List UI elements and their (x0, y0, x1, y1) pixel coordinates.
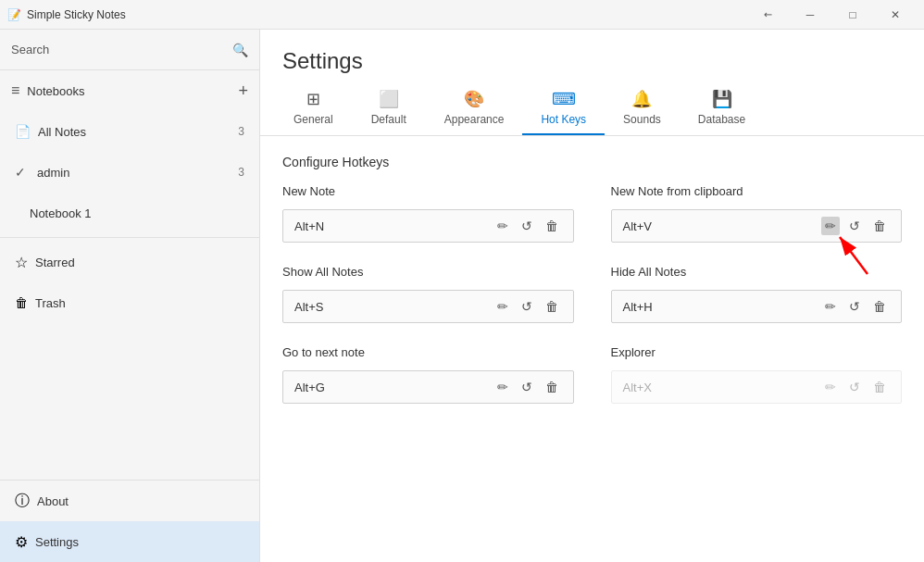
new-note-row: Alt+N ✏ ↺ 🗑 (282, 209, 574, 243)
add-notebook-icon[interactable]: + (238, 81, 248, 101)
arrow-svg (830, 230, 886, 276)
show-all-delete-button[interactable]: 🗑 (542, 297, 562, 316)
new-note-reset-button[interactable]: ↺ (518, 217, 536, 235)
sidebar: Search 🔍 ≡ Notebooks + 📄 All Notes 3 ✓ a… (0, 30, 260, 562)
tab-default[interactable]: ⬜ Default (352, 81, 426, 135)
starred-label: Starred (35, 256, 75, 269)
app-title: Simple Sticky Notes (27, 8, 126, 21)
clipboard-value: Alt+V (623, 219, 652, 233)
sounds-tab-label: Sounds (623, 113, 661, 126)
appearance-tab-icon: 🎨 (464, 89, 484, 109)
tab-general[interactable]: ⊞ General (275, 81, 352, 135)
show-all-row: Alt+S ✏ ↺ 🗑 (282, 290, 574, 323)
explorer-label: Explorer (611, 345, 903, 359)
hotkey-clipboard: New Note from clipboard Alt+V ✏ ↺ 🗑 (611, 184, 903, 243)
explorer-reset-button[interactable]: ↺ (845, 378, 864, 396)
settings-label: Settings (35, 535, 79, 549)
sidebar-item-trash[interactable]: 🗑 Trash (0, 282, 259, 323)
sidebar-item-notebook1[interactable]: Notebook 1 (0, 193, 259, 233)
tab-database[interactable]: 💾 Database (680, 81, 764, 135)
check-icon: ✓ (15, 165, 26, 180)
next-note-reset-button[interactable]: ↺ (518, 378, 536, 396)
app-body: Search 🔍 ≡ Notebooks + 📄 All Notes 3 ✓ a… (0, 30, 924, 562)
minimize-icon: ─ (806, 8, 815, 21)
about-label: About (37, 494, 69, 508)
notebooks-row[interactable]: ≡ Notebooks + (0, 70, 259, 111)
default-tab-label: Default (371, 113, 406, 126)
hide-all-reset-button[interactable]: ↺ (845, 297, 864, 316)
next-note-row: Alt+G ✏ ↺ 🗑 (282, 370, 574, 404)
configure-hotkeys-title: Configure Hotkeys (282, 155, 902, 169)
main-content: Settings ⊞ General ⬜ Default 🎨 Appearanc… (260, 30, 924, 562)
database-tab-icon: 💾 (712, 89, 732, 109)
hide-all-value: Alt+H (623, 300, 653, 314)
next-note-edit-button[interactable]: ✏ (493, 378, 512, 396)
tab-sounds[interactable]: 🔔 Sounds (605, 81, 680, 135)
hide-all-edit-button[interactable]: ✏ (821, 297, 840, 316)
sounds-tab-icon: 🔔 (631, 89, 652, 109)
database-tab-label: Database (698, 113, 745, 126)
back-button[interactable]: ↙ (746, 0, 789, 30)
hide-all-row: Alt+H ✏ ↺ 🗑 (611, 290, 903, 323)
settings-title: Settings (282, 48, 902, 74)
sidebar-item-about[interactable]: ⓘ About (0, 481, 259, 521)
admin-label: admin (37, 166, 69, 180)
next-note-actions: ✏ ↺ 🗑 (493, 378, 562, 396)
tab-appearance[interactable]: 🎨 Appearance (426, 81, 523, 135)
new-note-edit-button[interactable]: ✏ (493, 217, 512, 235)
appearance-tab-label: Appearance (444, 113, 505, 126)
clipboard-label: New Note from clipboard (611, 184, 903, 198)
notebooks-label: Notebooks (27, 84, 84, 98)
next-note-value: Alt+G (294, 381, 325, 394)
maximize-button[interactable]: □ (831, 0, 874, 30)
show-all-label: Show All Notes (282, 265, 574, 279)
settings-icon: ⚙ (15, 533, 28, 551)
app-title-area: 📝 Simple Sticky Notes (7, 8, 126, 21)
settings-header: Settings (260, 30, 924, 81)
all-notes-badge: 3 (238, 125, 244, 138)
sidebar-divider-1 (0, 237, 259, 238)
sidebar-item-admin[interactable]: ✓ admin 3 (0, 152, 259, 193)
search-icon[interactable]: 🔍 (232, 43, 248, 57)
next-note-delete-button[interactable]: 🗑 (542, 378, 562, 396)
minimize-button[interactable]: ─ (789, 0, 831, 30)
back-icon: ↙ (760, 7, 775, 22)
new-note-label: New Note (282, 184, 574, 198)
sidebar-item-settings[interactable]: ⚙ Settings (0, 521, 259, 562)
svg-line-1 (840, 237, 868, 274)
tab-hotkeys[interactable]: ⌨ Hot Keys (522, 81, 605, 135)
new-note-actions: ✏ ↺ 🗑 (493, 217, 562, 235)
clipboard-row: Alt+V ✏ ↺ 🗑 (611, 209, 903, 243)
explorer-row: Alt+X ✏ ↺ 🗑 (611, 370, 903, 404)
hamburger-icon: ≡ (11, 82, 19, 99)
hotkey-new-note: New Note Alt+N ✏ ↺ 🗑 (282, 184, 574, 243)
hotkey-next-note: Go to next note Alt+G ✏ ↺ 🗑 (282, 345, 574, 404)
maximize-icon: □ (849, 8, 855, 21)
hide-all-delete-button[interactable]: 🗑 (869, 297, 890, 316)
sidebar-bottom: ⓘ About ⚙ Settings (0, 480, 259, 562)
app-icon: 📝 (7, 8, 21, 21)
window-controls: ↙ ─ □ ✕ (746, 0, 917, 30)
show-all-reset-button[interactable]: ↺ (518, 297, 536, 316)
hotkeys-tab-label: Hot Keys (541, 113, 586, 126)
about-icon: ⓘ (15, 492, 30, 511)
sidebar-search-row[interactable]: Search 🔍 (0, 30, 259, 70)
hotkey-show-all: Show All Notes Alt+S ✏ ↺ 🗑 (282, 265, 574, 323)
hotkeys-grid: New Note Alt+N ✏ ↺ 🗑 New Note from clipb… (282, 184, 902, 404)
trash-label: Trash (35, 296, 66, 310)
explorer-edit-button[interactable]: ✏ (821, 378, 840, 396)
default-tab-icon: ⬜ (379, 89, 399, 109)
explorer-delete-button[interactable]: 🗑 (869, 378, 890, 396)
title-bar: 📝 Simple Sticky Notes ↙ ─ □ ✕ (0, 0, 924, 30)
sidebar-item-starred[interactable]: ☆ Starred (0, 242, 259, 282)
close-icon: ✕ (891, 8, 900, 21)
sidebar-item-all-notes[interactable]: 📄 All Notes 3 (0, 111, 259, 152)
close-button[interactable]: ✕ (874, 0, 917, 30)
admin-badge: 3 (238, 166, 244, 179)
show-all-edit-button[interactable]: ✏ (493, 297, 512, 316)
trash-icon: 🗑 (15, 295, 28, 310)
notebooks-label-area: ≡ Notebooks (11, 82, 85, 99)
new-note-delete-button[interactable]: 🗑 (542, 217, 562, 235)
explorer-actions: ✏ ↺ 🗑 (821, 378, 890, 396)
red-arrow-annotation (830, 230, 886, 279)
